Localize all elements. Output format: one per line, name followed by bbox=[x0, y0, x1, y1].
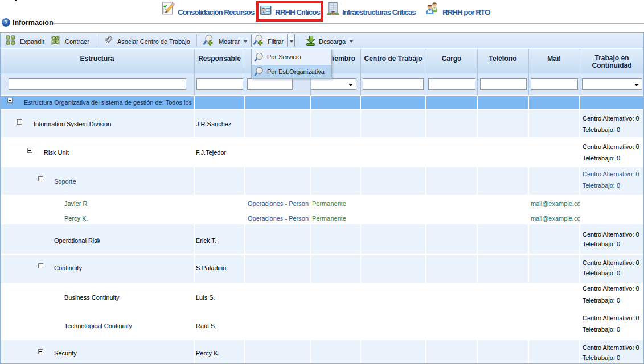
svg-text:?: ? bbox=[4, 19, 7, 26]
